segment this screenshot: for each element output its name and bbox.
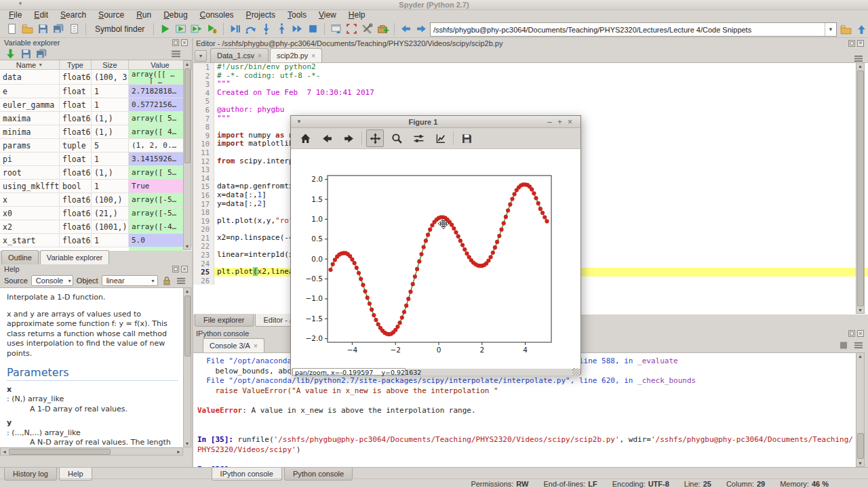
figure-titlebar[interactable]: ▼ Figure 1 – + ×	[291, 116, 580, 128]
run-cell-button[interactable]	[173, 22, 189, 37]
table-row[interactable]: efloat12.7182818…	[0, 85, 192, 98]
close-icon[interactable]: ×	[857, 330, 864, 337]
working-directory-input[interactable]	[431, 26, 825, 34]
close-button[interactable]: ×	[565, 117, 575, 127]
console-scrollbar[interactable]: ▲ ▼	[856, 352, 865, 467]
menu-file[interactable]: File	[3, 9, 28, 20]
menu-tools[interactable]: Tools	[281, 9, 313, 20]
close-icon[interactable]: ×	[857, 40, 864, 47]
scroll-down-icon[interactable]: ▼	[856, 461, 864, 466]
menu-source[interactable]: Source	[92, 9, 130, 20]
close-tab-icon[interactable]: ×	[311, 52, 315, 60]
column-header-name[interactable]: Name ▼	[0, 60, 60, 69]
table-row[interactable]: x0float64(21,)array([-5…	[0, 207, 192, 220]
scrollbar-thumb[interactable]	[184, 296, 191, 357]
help-vscrollbar[interactable]: ▲ ▼	[183, 287, 191, 447]
save-all-button[interactable]	[51, 22, 66, 37]
table-row[interactable]: pifloat13.1415926…	[0, 152, 192, 166]
run-button[interactable]	[157, 22, 173, 37]
run-cell-advance-button[interactable]	[189, 22, 204, 37]
menu-debug[interactable]: Debug	[157, 9, 193, 20]
menu-consoles[interactable]: Consoles	[194, 9, 240, 20]
interrupt-kernel-icon[interactable]	[838, 338, 849, 352]
toggle-fullscreen-button[interactable]	[344, 22, 359, 37]
tab-data_1-csv[interactable]: Data_1.csv×	[210, 48, 269, 62]
tab-variable-explorer[interactable]: Variable explorer	[40, 250, 109, 264]
maximize-button[interactable]: +	[555, 117, 565, 127]
code-line[interactable]: 2# -*- coding: utf-8 -*-	[193, 72, 868, 81]
forward-tool-button[interactable]	[340, 129, 357, 147]
zoom-tool-button[interactable]	[388, 129, 406, 147]
tab-scip2b-py[interactable]: scip2b.py×	[270, 48, 322, 62]
column-header-size[interactable]: Size	[92, 60, 129, 69]
lock-icon[interactable]	[161, 273, 172, 288]
table-row[interactable]: rootfloat64(1,)array([ 5…	[0, 166, 192, 180]
undock-icon[interactable]	[172, 266, 179, 272]
scroll-up-icon[interactable]: ▲	[856, 64, 864, 68]
pan-tool-button[interactable]	[366, 129, 384, 147]
forward-button[interactable]	[414, 22, 429, 37]
home-tool-button[interactable]	[296, 129, 314, 147]
code-line[interactable]: 4Created on Tue Feb 7 10:30:41 2017	[193, 89, 868, 98]
new-window-button[interactable]	[328, 22, 344, 37]
close-tab-icon[interactable]: ×	[258, 52, 262, 60]
back-tool-button[interactable]	[318, 129, 336, 147]
plot[interactable]: −4−2024−2.0−1.5−1.0−0.50.00.51.01.52.0	[291, 149, 582, 369]
editor-scrollbar[interactable]: ▲ ▼	[856, 62, 865, 314]
step-out-button[interactable]	[274, 22, 290, 37]
scroll-down-icon[interactable]: ▼	[856, 308, 864, 312]
table-row[interactable]: datafloat64(100, 3)array([[ …[ …	[0, 70, 192, 85]
menu-help[interactable]: Help	[342, 9, 372, 20]
file-switcher-button[interactable]	[66, 22, 82, 37]
menu-projects[interactable]: Projects	[240, 9, 281, 20]
scroll-left-icon[interactable]: ◄	[2, 449, 7, 454]
options-icon[interactable]	[853, 338, 864, 352]
variable-table-scrollbar[interactable]: ▲ ▼	[183, 60, 191, 250]
scrollbar-thumb[interactable]	[9, 449, 111, 455]
tab-console-3a[interactable]: Console 3/A×	[203, 338, 264, 352]
table-row[interactable]: x2float64(1001,)array([-4…	[0, 220, 192, 234]
scrollbar-thumb[interactable]	[857, 70, 864, 306]
table-row[interactable]: x_startfloat6415.0	[0, 234, 192, 247]
menu-run[interactable]: Run	[130, 9, 157, 20]
window-menu-arrow-icon[interactable]: ▼	[18, 1, 23, 7]
working-directory-dropdown-icon[interactable]: ▼	[825, 23, 836, 36]
menu-view[interactable]: View	[313, 9, 342, 20]
code-line[interactable]: 5	[193, 97, 868, 106]
minimize-button[interactable]: –	[545, 117, 555, 127]
code-line[interactable]: 6@author: phygbu	[193, 106, 868, 115]
tab-outline[interactable]: Outline	[1, 250, 39, 264]
pythonpath-manager-button[interactable]	[375, 22, 391, 37]
table-row[interactable]: maximafloat64(1,)array([ 5…	[0, 112, 192, 125]
undock-icon[interactable]	[848, 40, 855, 47]
preferences-button[interactable]	[359, 22, 375, 37]
table-row[interactable]: paramstuple5(1, 2, 0.…	[0, 139, 192, 152]
object-combo[interactable]: linear▼	[102, 275, 158, 286]
scrollbar-thumb[interactable]	[857, 433, 864, 459]
save-tool-button[interactable]	[458, 129, 475, 147]
debug-stop-button[interactable]	[305, 22, 321, 37]
open-directory-button[interactable]	[838, 22, 854, 37]
resize-grip[interactable]	[572, 368, 580, 375]
table-row[interactable]: minimafloat64(1,)array([ 4…	[0, 125, 192, 139]
save-file-button[interactable]	[35, 22, 51, 37]
new-file-button[interactable]	[4, 22, 20, 37]
debug-button[interactable]	[227, 22, 243, 37]
table-row[interactable]: using_mklfftbool1True	[0, 180, 192, 193]
figure-canvas[interactable]: −4−2024−2.0−1.5−1.0−0.50.00.51.01.52.0	[291, 149, 580, 369]
table-row[interactable]: euler_gammafloat10.5772156…	[0, 98, 192, 112]
open-file-button[interactable]	[20, 22, 35, 37]
debug-continue-button[interactable]	[290, 22, 305, 37]
menu-edit[interactable]: Edit	[28, 9, 54, 20]
scroll-down-icon[interactable]: ▼	[184, 441, 191, 446]
close-icon[interactable]: ×	[181, 39, 188, 46]
parent-directory-button[interactable]	[854, 22, 868, 37]
step-into-button[interactable]	[258, 22, 274, 37]
scroll-up-icon[interactable]: ▲	[184, 62, 191, 66]
scroll-up-icon[interactable]: ▲	[184, 289, 191, 293]
options-icon[interactable]	[176, 273, 186, 288]
window-menu-arrow-icon[interactable]: ▼	[296, 119, 302, 125]
scrollbar-thumb[interactable]	[184, 68, 191, 163]
undock-icon[interactable]	[848, 330, 855, 337]
table-row[interactable]: xfloat64(100,)array([-5…	[0, 193, 192, 207]
